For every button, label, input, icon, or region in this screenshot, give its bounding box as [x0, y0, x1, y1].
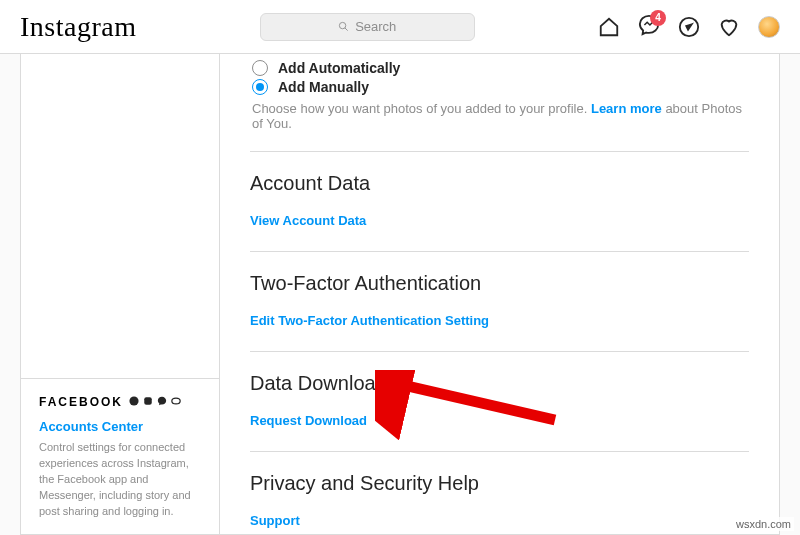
section-account-data: Account Data View Account Data	[250, 152, 749, 251]
view-account-data-link[interactable]: View Account Data	[250, 213, 366, 228]
photos-helper-text: Choose how you want photos of you added …	[252, 101, 749, 131]
accounts-center-description: Control settings for connected experienc…	[39, 440, 201, 520]
photos-of-you-group: Add Automatically Add Manually Choose ho…	[250, 54, 749, 131]
svg-marker-3	[686, 24, 692, 30]
svg-line-1	[345, 28, 348, 31]
search-wrap: Search	[136, 13, 598, 41]
edit-two-factor-link[interactable]: Edit Two-Factor Authentication Setting	[250, 313, 489, 328]
search-icon	[338, 21, 349, 32]
radio-icon	[252, 79, 268, 95]
svg-point-0	[340, 22, 346, 28]
accounts-center-link[interactable]: Accounts Center	[39, 419, 201, 434]
request-download-link[interactable]: Request Download	[250, 413, 367, 428]
svg-rect-5	[144, 398, 152, 406]
section-privacy-help: Privacy and Security Help Support	[250, 452, 749, 535]
support-link[interactable]: Support	[250, 513, 300, 528]
radio-add-automatically[interactable]: Add Automatically	[252, 60, 749, 76]
settings-sidebar: FACEBOOK Accounts Center Control setting…	[20, 54, 220, 535]
svg-point-4	[129, 397, 138, 406]
facebook-brand-row: FACEBOOK	[39, 395, 201, 409]
radio-label: Add Automatically	[278, 60, 400, 76]
messenger-button[interactable]: 4	[638, 14, 660, 40]
instagram-logo[interactable]: Instagram	[20, 11, 136, 43]
main-container: FACEBOOK Accounts Center Control setting…	[0, 54, 800, 535]
meta-product-icons	[129, 396, 181, 408]
sidebar-spacer	[21, 54, 219, 378]
search-input[interactable]: Search	[260, 13, 475, 41]
home-icon[interactable]	[598, 16, 620, 38]
nav-icons: 4	[598, 14, 780, 40]
notification-badge: 4	[650, 10, 666, 26]
section-title: Privacy and Security Help	[250, 472, 749, 495]
accounts-center-box: FACEBOOK Accounts Center Control setting…	[21, 378, 219, 534]
profile-avatar[interactable]	[758, 16, 780, 38]
section-title: Two-Factor Authentication	[250, 272, 749, 295]
section-title: Account Data	[250, 172, 749, 195]
watermark: wsxdn.com	[733, 517, 794, 531]
activity-icon[interactable]	[718, 16, 740, 38]
section-title: Data Download	[250, 372, 749, 395]
search-placeholder: Search	[355, 19, 396, 34]
radio-icon	[252, 60, 268, 76]
radio-label: Add Manually	[278, 79, 369, 95]
settings-content: Add Automatically Add Manually Choose ho…	[220, 54, 780, 535]
section-two-factor: Two-Factor Authentication Edit Two-Facto…	[250, 252, 749, 351]
svg-point-6	[172, 398, 180, 404]
learn-more-link[interactable]: Learn more	[591, 101, 662, 116]
radio-add-manually[interactable]: Add Manually	[252, 79, 749, 95]
explore-icon[interactable]	[678, 16, 700, 38]
section-data-download: Data Download Request Download	[250, 352, 749, 451]
helper-prefix: Choose how you want photos of you added …	[252, 101, 591, 116]
facebook-brand-label: FACEBOOK	[39, 395, 123, 409]
top-navbar: Instagram Search 4	[0, 0, 800, 54]
